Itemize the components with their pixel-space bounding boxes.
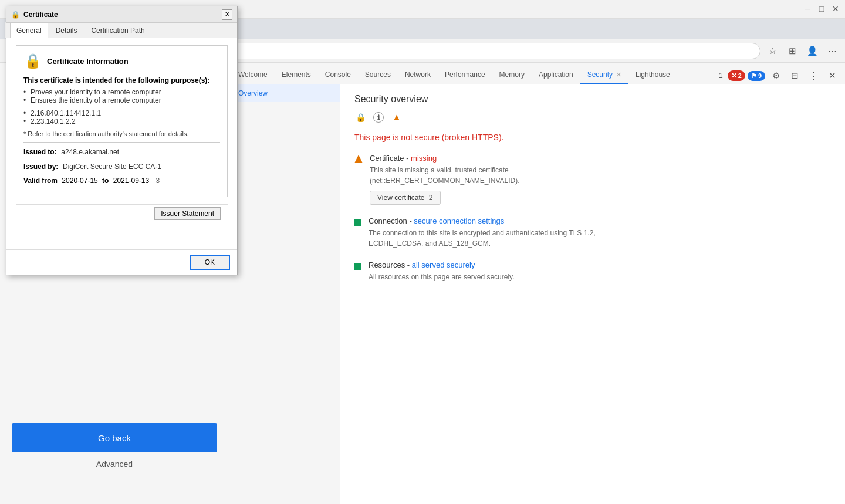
error-badge: ✕ 2 [728,70,745,81]
warning-badge: ⚑ 9 [748,71,765,81]
cert-oid-list: 2.16.840.1.114412.1.1 2.23.140.1.2.2 [23,109,220,126]
cert-dialog-title-text: 🔒 Certificate [11,11,222,19]
tab-memory[interactable]: Memory [492,66,532,84]
devtools-settings-button[interactable]: ⚙ [768,67,784,84]
cert-tab-details[interactable]: Details [49,23,84,38]
resources-title: Resources - all served securely [369,261,515,269]
cert-ok-footer: OK [6,249,237,275]
resources-desc: All resources on this page are served se… [369,272,515,282]
ok-button[interactable]: OK [190,255,230,270]
tab-security[interactable]: Security ✕ [580,66,628,84]
certificate-dialog: 🔒 Certificate ✕ General Details Certific… [6,6,238,275]
cert-validity: Valid from 2020-07-15 to 2021-09-13 3 [23,177,220,185]
cert-tabs: General Details Certification Path [6,23,237,38]
sidebar-item-overview[interactable]: Overview [229,84,340,102]
cert-dialog-titlebar: 🔒 Certificate ✕ [6,6,237,23]
tab-application[interactable]: Application [532,66,580,84]
cert-footer: Issuer Statement [16,204,228,225]
devtools-tabbar: Welcome Elements Console Sources Network… [229,63,845,84]
cert-purpose-item: Proves your identity to a remote compute… [23,88,220,96]
flag-icon: ⚑ [751,72,757,80]
devtools-dock-button[interactable]: ⊟ [786,67,803,84]
security-overview-title: Security overview [354,94,831,104]
advanced-link[interactable]: Advanced [96,459,133,469]
info-icon[interactable]: ℹ [373,112,384,123]
tab-close-icon[interactable]: ✕ [616,71,621,79]
connection-link[interactable]: secure connection settings [414,217,504,225]
annotation-1: 1 [719,72,723,80]
cert-refer-note: * Refer to the certification authority's… [23,130,220,137]
close-button[interactable]: ✕ [831,4,840,13]
connection-secure-icon [354,218,361,249]
security-content: Security overview 🔒 ℹ ▲ This page is not… [340,84,845,504]
cert-divider [23,142,220,143]
issuer-statement-button[interactable]: Issuer Statement [154,207,221,220]
cert-oid-item: 2.16.840.1.114412.1.1 [23,109,220,117]
security-item-resources: Resources - all served securely All reso… [354,261,831,282]
view-certificate-button[interactable]: View certificate 2 [370,191,441,205]
annotation-3: 3 [156,177,160,185]
extensions-button[interactable]: ⊞ [784,43,800,59]
cert-tab-general[interactable]: General [10,23,48,38]
tab-elements[interactable]: Elements [275,66,318,84]
lock-icon: 🔒 [354,111,366,123]
cert-lock-icon: 🔒 [23,52,42,70]
error-icon: ✕ [731,72,737,80]
tab-sources[interactable]: Sources [358,66,398,84]
cert-info-header: 🔒 Certificate Information [23,52,220,70]
resources-link[interactable]: all served securely [412,261,475,269]
cert-issued-to: Issued to: a248.e.akamai.net [23,147,220,156]
cert-body: 🔒 Certificate Information This certifica… [6,38,237,249]
maximize-button[interactable]: □ [817,4,826,13]
tab-console[interactable]: Console [318,66,358,84]
cert-tab-certification-path[interactable]: Certification Path [84,23,151,38]
insecure-notice: This page is not secure (broken HTTPS). [354,133,831,142]
certificate-warning-icon [354,155,363,205]
titlebar-controls: ─ □ ✕ [803,4,840,13]
devtools-tabbar-right: 1 ✕ 2 ⚑ 9 ⚙ ⊟ ⋮ ✕ [719,67,843,84]
cert-info-title: Certificate Information [47,57,129,66]
annotation-2: 2 [429,194,433,202]
connection-content: Connection - secure connection settings … [369,217,596,249]
certificate-content: Certificate - missing This site is missi… [370,154,520,205]
devtools-more-button[interactable]: ⋮ [805,67,822,84]
certificate-desc: This site is missing a valid, trusted ce… [370,165,520,186]
cert-purpose-title: This certificate is intended for the fol… [23,76,220,84]
devtools-panel: Welcome Elements Console Sources Network… [229,63,845,504]
go-back-button[interactable]: Go back [12,423,217,452]
cert-issued-by: Issued by: DigiCert Secure Site ECC CA-1 [23,162,220,171]
security-item-connection: Connection - secure connection settings … [354,217,831,249]
tab-performance[interactable]: Performance [438,66,492,84]
resources-secure-icon [354,262,361,282]
tab-network[interactable]: Network [398,66,438,84]
minimize-button[interactable]: ─ [803,4,812,13]
connection-desc: The connection to this site is encrypted… [369,228,596,249]
cert-purpose-item: Ensures the identity of a remote compute… [23,96,220,104]
connection-title: Connection - secure connection settings [369,217,596,225]
tab-welcome[interactable]: Welcome [231,66,275,84]
profile-button[interactable]: 👤 [804,43,820,59]
cert-info-box: 🔒 Certificate Information This certifica… [16,45,228,197]
resources-content: Resources - all served securely All reso… [369,261,515,282]
cert-title-icon: 🔒 [11,11,20,19]
cert-oid-item: 2.23.140.1.2.2 [23,117,220,126]
devtools-main: Overview Security overview 🔒 ℹ ▲ This pa… [229,84,845,504]
cert-dialog-close-button[interactable]: ✕ [222,9,232,20]
devtools-close-button[interactable]: ✕ [824,67,840,84]
tab-lighthouse[interactable]: Lighthouse [628,66,677,84]
security-icons-row: 🔒 ℹ ▲ [354,111,831,123]
cert-purpose-list: Proves your identity to a remote compute… [23,88,220,104]
warning-icon[interactable]: ▲ [391,111,403,123]
security-item-certificate: Certificate - missing This site is missi… [354,154,831,205]
security-sidebar: Overview [229,84,340,504]
certificate-title: Certificate - missing [370,154,520,163]
bookmark-button[interactable]: ☆ [764,43,780,59]
more-button[interactable]: ⋯ [824,43,840,59]
